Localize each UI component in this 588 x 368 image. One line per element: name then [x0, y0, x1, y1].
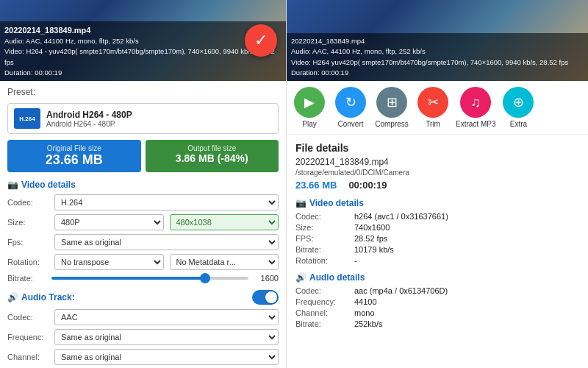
right-audio-detail-row: Bitrate:252kb/s: [295, 319, 579, 328]
fps-label: Fps:: [7, 238, 51, 247]
preset-name: Android H264 - 480P: [46, 110, 132, 120]
play-icon: ▶: [294, 87, 325, 118]
right-audio-detail-val: 252kb/s: [354, 319, 383, 328]
right-detail-key: FPS:: [295, 234, 354, 243]
original-size-box: Original File size 23.66 MB: [7, 140, 141, 172]
extract_mp3-icon: ♫: [460, 87, 491, 118]
audio-track-title: 🔊 Audio Track:: [7, 292, 75, 302]
right-file-name: 20220214_183849.mp4: [295, 157, 579, 167]
right-audio-detail-key: Bitrate:: [295, 319, 354, 328]
right-video-details: Codec:h264 (avc1 / 0x31637661)Size:740x1…: [295, 212, 579, 265]
audio-header: 🔊 Audio Track:: [7, 290, 279, 305]
audio-codec-label: Codec:: [7, 313, 51, 322]
original-size-value: 23.66 MB: [13, 152, 135, 168]
left-panel: 20220214_183849.mp4 Audio: AAC, 44100 Hz…: [0, 0, 287, 368]
codec-label: Codec:: [7, 198, 51, 207]
action-convert[interactable]: ↻ Convert: [332, 87, 369, 128]
right-audio-section: 🔊 Audio details Codec:aac (mp4a / 0x6134…: [295, 272, 579, 328]
compress-icon: ⊞: [376, 87, 407, 118]
left-filename: 20220214_183849.mp4: [4, 24, 282, 37]
rotation-select[interactable]: No transpose: [54, 254, 164, 270]
action-extract_mp3[interactable]: ♫ Extract MP3: [456, 87, 495, 128]
right-audio-detail-row: Frequency:44100: [295, 297, 579, 306]
compress-label: Compress: [375, 120, 409, 128]
right-video-info: Video: H264 yuv420p( smpte170m/bt470bg/s…: [291, 57, 584, 68]
preset-info: Android H264 - 480P Android H264 - 480P: [46, 110, 132, 128]
right-panel: 20220214_183849.mp4 Audio: AAC, 44100 Hz…: [287, 0, 588, 368]
size-label: Size:: [7, 218, 51, 227]
play-label: Play: [302, 120, 316, 128]
right-video-section: 📷 Video details Codec:h264 (avc1 / 0x316…: [295, 198, 579, 265]
audio-freq-row: Frequenc: Same as original: [7, 329, 279, 345]
audio-channel-select[interactable]: Same as original: [54, 349, 279, 365]
extra-label: Extra: [510, 120, 527, 128]
audio-toggle[interactable]: [252, 290, 279, 305]
check-icon: ✓: [254, 31, 268, 50]
right-audio-detail-val: 44100: [354, 297, 377, 306]
action-compress[interactable]: ⊞ Compress: [373, 87, 410, 128]
fps-select[interactable]: Same as original: [54, 234, 279, 250]
right-detail-key: Codec:: [295, 212, 354, 221]
trim-icon: ✂: [417, 87, 448, 118]
right-audio-title: 🔊 Audio details: [295, 272, 579, 283]
right-duration-info: Duration: 00:00:19: [291, 68, 584, 78]
codec-select[interactable]: H.264: [54, 194, 279, 210]
right-detail-val: 10179 kb/s: [354, 245, 394, 254]
bitrate-row: Bitrate: 1600: [7, 274, 279, 283]
action-extra[interactable]: ⊕ Extra: [500, 87, 537, 128]
right-speaker-icon: 🔊: [295, 272, 306, 283]
audio-freq-label: Frequenc:: [7, 333, 51, 342]
bitrate-label: Bitrate:: [7, 274, 51, 283]
left-video-info: Video: H264 - yuv420p( smpte170m/bt470bg…: [4, 46, 282, 68]
right-file-duration: 00:00:19: [348, 180, 387, 191]
audio-freq-select[interactable]: Same as original: [54, 329, 279, 345]
size-select[interactable]: 480P: [54, 214, 164, 230]
right-video-detail-row: Codec:h264 (avc1 / 0x31637661): [295, 212, 579, 221]
toggle-thumb: [265, 291, 277, 303]
speaker-icon: 🔊: [7, 292, 18, 302]
slider-thumb: [200, 273, 210, 283]
bitrate-slider[interactable]: [51, 277, 248, 280]
right-video-detail-row: Rotation:-: [295, 256, 579, 265]
audio-channel-row: Channel: Same as original: [7, 349, 279, 365]
preset-icon-text: H.264: [19, 116, 35, 122]
right-detail-val: 28.52 fps: [354, 234, 387, 243]
output-size-label: Output file size: [151, 144, 273, 152]
output-size-box: Output file size 3.86 MB (-84%): [146, 140, 279, 172]
preset-selector[interactable]: H.264 Android H264 - 480P Android H264 -…: [7, 103, 279, 134]
size-select2[interactable]: 480x1038: [170, 214, 279, 230]
audio-section: 🔊 Audio Track: Codec: AAC Frequenc: Same…: [7, 290, 279, 368]
right-video-title: 📷 Video details: [295, 198, 579, 208]
fps-row: Fps: Same as original: [7, 234, 279, 250]
left-file-info: 20220214_183849.mp4 Audio: AAC, 44100 Hz…: [0, 21, 286, 82]
confirm-button[interactable]: ✓: [245, 24, 277, 57]
preset-sub: Android H264 - 480P: [46, 120, 132, 128]
convert-icon: ↻: [335, 87, 366, 118]
right-video-detail-row: Bitrate:10179 kb/s: [295, 245, 579, 254]
audio-channel-label: Channel:: [7, 353, 51, 361]
right-filename: 20220214_183849.mp4: [291, 36, 584, 46]
preset-row: Preset:: [7, 87, 279, 97]
right-detail-val: h264 (avc1 / 0x31637661): [354, 212, 448, 221]
right-audio-details: Codec:aac (mp4a / 0x6134706D)Frequency:4…: [295, 286, 579, 328]
right-file-info: 20220214_183849.mp4 Audio: AAC, 44100 Hz…: [287, 33, 588, 81]
right-detail-val: 740x1600: [354, 223, 390, 232]
right-video-detail-row: FPS:28.52 fps: [295, 234, 579, 243]
right-audio-detail-key: Codec:: [295, 286, 354, 295]
action-bar: ▶ Play ↻ Convert ⊞ Compress ✂ Trim ♫ Ext…: [287, 81, 588, 135]
right-camera-icon: 📷: [295, 198, 306, 208]
action-trim[interactable]: ✂ Trim: [415, 87, 451, 128]
right-video-detail-row: Size:740x1600: [295, 223, 579, 232]
left-duration: Duration: 00:00:19: [4, 68, 282, 78]
audio-codec-select[interactable]: AAC: [54, 309, 279, 325]
file-details-title: File details: [295, 142, 579, 154]
metadata-select[interactable]: No Metatdata r...: [170, 254, 279, 270]
codec-row: Codec: H.264: [7, 194, 279, 210]
original-size-label: Original File size: [13, 144, 135, 152]
left-panel-body: Preset: H.264 Android H264 - 480P Androi…: [0, 81, 286, 368]
action-play[interactable]: ▶ Play: [291, 87, 328, 128]
right-detail-key: Rotation:: [295, 256, 354, 265]
preset-label: Preset:: [7, 87, 35, 97]
right-detail-key: Bitrate:: [295, 245, 354, 254]
output-size-value: 3.86 MB (-84%): [151, 152, 273, 164]
